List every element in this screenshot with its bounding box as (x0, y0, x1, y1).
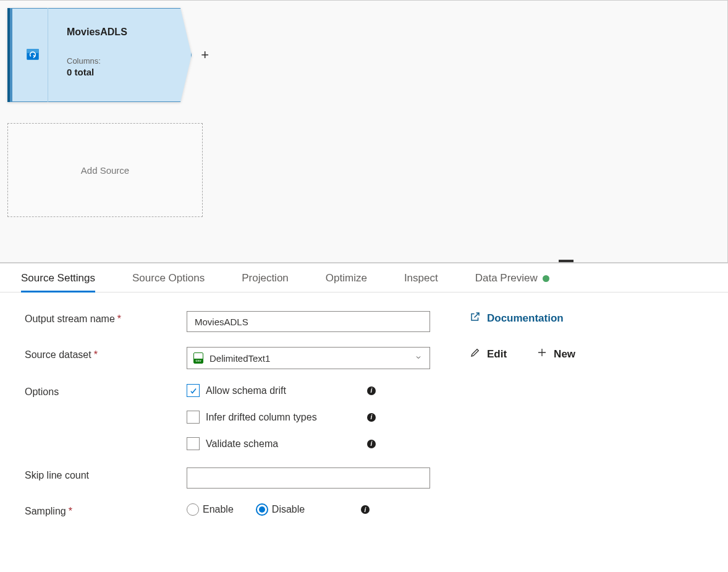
source-node-moviesadls[interactable]: MoviesADLS Columns: 0 total (7, 8, 192, 102)
tab-data-preview-label: Data Preview (475, 272, 538, 284)
skip-line-count-label: Skip line count (25, 467, 184, 481)
tab-inspect[interactable]: Inspect (404, 272, 438, 292)
source-dataset-value: DelimitedText1 (210, 353, 270, 364)
sampling-enable-label: Enable (203, 504, 234, 515)
add-source-label: Add Source (81, 165, 129, 176)
output-stream-name-input[interactable] (187, 311, 430, 332)
external-link-icon (470, 311, 481, 325)
add-source-placeholder[interactable]: Add Source (7, 123, 203, 217)
required-indicator: * (117, 314, 121, 325)
required-indicator: * (94, 349, 98, 361)
node-columns-label: Columns: (67, 56, 127, 66)
sampling-enable-radio[interactable]: Enable (187, 503, 234, 516)
new-label: New (554, 348, 575, 361)
add-transformation-button[interactable]: + (201, 47, 209, 63)
output-stream-name-label-text: Output stream name (25, 314, 115, 325)
source-dataset-dropdown[interactable]: DelimitedText1 (187, 347, 430, 369)
tab-bar: Source Settings Source Options Projectio… (0, 263, 728, 292)
tab-optimize[interactable]: Optimize (326, 272, 367, 292)
info-icon[interactable]: i (367, 386, 376, 395)
validate-schema-label: Validate schema (206, 438, 278, 450)
output-stream-name-label: Output stream name * (25, 311, 184, 325)
allow-schema-drift-checkbox[interactable] (187, 384, 200, 397)
chevron-down-icon (415, 353, 422, 363)
sampling-label-text: Sampling (25, 506, 66, 517)
dataflow-canvas[interactable]: MoviesADLS Columns: 0 total + Add Source (0, 0, 728, 263)
dataset-source-icon (25, 46, 41, 64)
data-preview-status-icon (543, 275, 549, 282)
skip-line-count-input[interactable] (187, 467, 430, 489)
tab-data-preview[interactable]: Data Preview (475, 272, 549, 292)
info-icon[interactable]: i (367, 440, 376, 448)
node-title: MoviesADLS (67, 27, 127, 38)
tab-source-options[interactable]: Source Options (132, 272, 205, 292)
sampling-disable-radio[interactable]: Disable (256, 503, 305, 516)
tab-projection[interactable]: Projection (242, 272, 289, 292)
svg-rect-1 (27, 49, 39, 53)
options-label-text: Options (25, 386, 59, 398)
infer-drifted-label: Infer drifted column types (206, 412, 317, 423)
options-label: Options (25, 384, 184, 398)
source-dataset-label: Source dataset * (25, 347, 184, 361)
info-icon[interactable]: i (367, 413, 376, 422)
node-columns-value: 0 total (67, 67, 127, 77)
edit-dataset-button[interactable]: Edit (470, 347, 507, 361)
plus-icon (536, 347, 548, 361)
validate-schema-checkbox[interactable] (187, 437, 200, 450)
documentation-label: Documentation (487, 312, 564, 325)
source-dataset-label-text: Source dataset (25, 349, 91, 361)
csv-file-icon (193, 352, 203, 364)
infer-drifted-checkbox[interactable] (187, 411, 200, 424)
new-dataset-button[interactable]: New (536, 347, 575, 361)
sampling-disable-label: Disable (272, 504, 305, 515)
required-indicator: * (69, 506, 72, 517)
info-icon[interactable]: i (361, 505, 370, 514)
edit-label: Edit (487, 348, 507, 361)
allow-schema-drift-label: Allow schema drift (206, 385, 286, 396)
sampling-label: Sampling * (25, 503, 184, 517)
edit-icon (470, 347, 481, 361)
documentation-link[interactable]: Documentation (470, 311, 564, 325)
tab-source-settings[interactable]: Source Settings (21, 272, 95, 292)
panel-drag-handle[interactable] (559, 260, 574, 262)
skip-line-count-label-text: Skip line count (25, 470, 89, 481)
